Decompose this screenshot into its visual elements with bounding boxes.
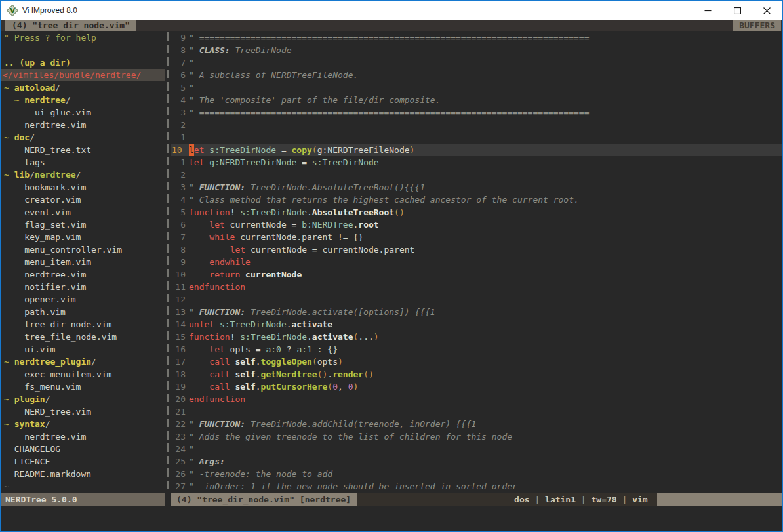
code-line[interactable]: 6 let currentNode = b:NERDTree.root	[171, 218, 782, 231]
code-line[interactable]: 11endfunction	[171, 281, 782, 293]
nerdtree-panel[interactable]: " Press ? for help .. (up a dir)</vimfil…	[1, 31, 165, 493]
tree-item-file[interactable]: tags	[1, 156, 165, 169]
tree-item-file[interactable]: CHANGELOG	[1, 443, 165, 455]
tree-item-file[interactable]: ui.vim	[1, 343, 165, 356]
code-line[interactable]: 26" -treenode: the node to add	[171, 468, 782, 480]
svg-text:V: V	[10, 7, 15, 14]
code-line[interactable]: 9" =====================================…	[171, 31, 782, 44]
nerdtree-list: " Press ? for help .. (up a dir)</vimfil…	[1, 31, 165, 493]
code-line[interactable]: 6" A subclass of NERDTreeFileNode.	[171, 69, 782, 81]
command-line[interactable]	[1, 506, 782, 531]
statusbar: NERDTree 5.0.0 (4) "tree_dir_node.vim" […	[1, 493, 782, 506]
maximize-icon	[734, 7, 741, 14]
titlebar[interactable]: V Vi IMproved 8.0	[1, 1, 782, 20]
tree-item-dir[interactable]: ~ lib/nerdtree/	[1, 169, 165, 181]
tree-item-dir[interactable]: ~ autoload/	[1, 81, 165, 94]
tree-item-file[interactable]: fs_menu.vim	[1, 380, 165, 393]
tree-item-file[interactable]: menu_controller.vim	[1, 243, 165, 256]
tree-item-file[interactable]: bookmark.vim	[1, 181, 165, 194]
code-line[interactable]: 1let g:NERDTreeDirNode = s:TreeDirNode	[171, 156, 782, 169]
code-window[interactable]: 9" =====================================…	[171, 31, 782, 493]
vim-window: V Vi IMproved 8.0 (4) "tree_di	[0, 0, 783, 532]
tree-item-file[interactable]: README.markdown	[1, 468, 165, 480]
code-line[interactable]: 16 let opts = a:0 ? a:1 : {}	[171, 343, 782, 356]
minimize-button[interactable]	[693, 1, 723, 20]
tree-item-file[interactable]: menu_item.vim	[1, 256, 165, 268]
tree-item-file[interactable]: ui_glue.vim	[1, 106, 165, 119]
code-line[interactable]: 8" CLASS: TreeDirNode	[171, 44, 782, 56]
tree-item-dir[interactable]: ~ plugin/	[1, 393, 165, 405]
window-title: Vi IMproved 8.0	[22, 6, 77, 15]
status-flags: dos | latin1 | tw=78 | vim	[514, 493, 657, 506]
code-line[interactable]: 7 while currentNode.parent != {}	[171, 231, 782, 243]
code-line-current[interactable]: 10let s:TreeDirNode = copy(g:NERDTreeFil…	[171, 144, 782, 156]
tree-item-file[interactable]: nerdtree.vim	[1, 430, 165, 443]
tree-item-file[interactable]: key_map.vim	[1, 231, 165, 243]
tree-item-file[interactable]: opener.vim	[1, 293, 165, 306]
code-line[interactable]: 25" Args:	[171, 455, 782, 468]
tree-item-file[interactable]: creator.vim	[1, 194, 165, 206]
window-split-separator[interactable]	[165, 31, 171, 493]
code-line[interactable]: 3" FUNCTION: TreeDirNode.AbsoluteTreeRoo…	[171, 181, 782, 194]
code-line[interactable]: 17 call self.toggleOpen(opts)	[171, 356, 782, 368]
tree-item-root[interactable]: </vimfiles/bundle/nerdtree/	[1, 69, 165, 81]
buffers-label: BUFFERS	[733, 20, 781, 31]
code-line[interactable]: 24"	[171, 443, 782, 455]
code-line[interactable]: 19 call self.putCursorHere(0, 0)	[171, 380, 782, 393]
code-line[interactable]: 8 let currentNode = currentNode.parent	[171, 243, 782, 256]
code-line[interactable]: 7"	[171, 56, 782, 69]
tabline-spacer	[136, 20, 733, 31]
code-line[interactable]: 22" FUNCTION: TreeDirNode.addChild(treen…	[171, 418, 782, 430]
tabline: (4) "tree_dir_node.vim" BUFFERS	[1, 20, 782, 31]
vim-app-icon: V	[7, 5, 18, 16]
code-line[interactable]: 13" FUNCTION: TreeDirNode.activate([opti…	[171, 306, 782, 318]
tree-item-file[interactable]: notifier.vim	[1, 281, 165, 293]
tree-item-dir[interactable]: ~ syntax/	[1, 418, 165, 430]
nerdtree-status-segment: NERDTree 5.0.0	[1, 493, 165, 506]
tree-item-filler: ~	[1, 480, 165, 493]
statusbar-spacer	[357, 493, 514, 506]
tree-item-dir[interactable]: ~ nerdtree/	[1, 94, 165, 106]
tree-item-file[interactable]: nerdtree.vim	[1, 119, 165, 131]
tree-item-file[interactable]: event.vim	[1, 206, 165, 218]
tree-item-file[interactable]: flag_set.vim	[1, 218, 165, 231]
code-line[interactable]: 3" =====================================…	[171, 106, 782, 119]
tree-item-file[interactable]: NERD_tree.txt	[1, 144, 165, 156]
code-line[interactable]: 27" -inOrder: 1 if the new node should b…	[171, 480, 782, 493]
code-line[interactable]: 2	[171, 169, 782, 181]
tree-item-help[interactable]: " Press ? for help	[1, 31, 165, 44]
code-line[interactable]: 18 call self.getNerdtree().render()	[171, 368, 782, 380]
tree-item-file[interactable]: path.vim	[1, 306, 165, 318]
tree-item-blank	[1, 44, 165, 56]
tree-item-dir[interactable]: ~ nerdtree_plugin/	[1, 356, 165, 368]
code-line[interactable]: 1	[171, 131, 782, 144]
statusbar-position-segment: |1|10/636 (Top)	[657, 493, 782, 506]
code-line[interactable]: 5"	[171, 81, 782, 94]
code-line[interactable]: 12	[171, 293, 782, 306]
minimize-icon	[704, 7, 712, 14]
code-line[interactable]: 14unlet s:TreeDirNode.activate	[171, 318, 782, 331]
code-line[interactable]: 2	[171, 119, 782, 131]
tree-item-file[interactable]: tree_file_node.vim	[1, 331, 165, 343]
tree-item-file[interactable]: NERD_tree.vim	[1, 405, 165, 418]
tree-item-file[interactable]: tree_dir_node.vim	[1, 318, 165, 331]
code-line[interactable]: 20endfunction	[171, 393, 782, 405]
tree-item-file[interactable]: exec_menuitem.vim	[1, 368, 165, 380]
close-button[interactable]	[752, 1, 782, 20]
close-icon	[763, 7, 771, 14]
maximize-button[interactable]	[723, 1, 752, 20]
tree-item-file[interactable]: LICENCE	[1, 455, 165, 468]
tree-item-dir[interactable]: ~ doc/	[1, 131, 165, 144]
code-line[interactable]: 10 return currentNode	[171, 268, 782, 281]
tree-item-file[interactable]: nerdtree.vim	[1, 268, 165, 281]
code-line[interactable]: 4" Class method that returns the highest…	[171, 194, 782, 206]
code-line[interactable]: 21	[171, 405, 782, 418]
code-line[interactable]: 23" Adds the given treenode to the list …	[171, 430, 782, 443]
code-line[interactable]: 9 endwhile	[171, 256, 782, 268]
code-line[interactable]: 5function! s:TreeDirNode.AbsoluteTreeRoo…	[171, 206, 782, 218]
statusbar-gap	[165, 493, 171, 506]
tree-item-up[interactable]: .. (up a dir)	[1, 56, 165, 69]
code-line[interactable]: 4" The 'composite' part of the file/dir …	[171, 94, 782, 106]
code-line[interactable]: 15function! s:TreeDirNode.activate(...)	[171, 331, 782, 343]
tab-active[interactable]: (4) "tree_dir_node.vim"	[5, 20, 136, 31]
